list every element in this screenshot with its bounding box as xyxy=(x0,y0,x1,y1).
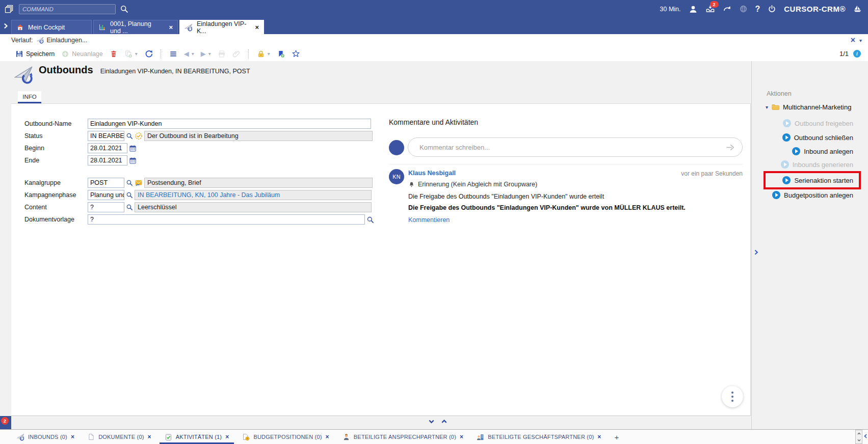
chevron-down-icon[interactable] xyxy=(268,51,270,57)
envelope-icon xyxy=(135,179,143,187)
add-tab-button[interactable]: + xyxy=(615,433,619,441)
play-icon xyxy=(782,176,791,184)
help-icon[interactable]: ? xyxy=(755,5,760,14)
tab-einladungen-vip[interactable]: Einladungen VIP-K... xyxy=(179,20,264,34)
chevron-down-icon xyxy=(192,51,194,57)
action-serienaktion-starten[interactable]: Serienaktion starten xyxy=(782,174,853,186)
comment-reply-link[interactable]: Kommentieren xyxy=(408,216,450,224)
window-stack-icon[interactable] xyxy=(4,4,14,14)
lock-button[interactable] xyxy=(257,50,270,58)
close-icon[interactable] xyxy=(460,433,463,440)
form-row-dokumentvorlage: Dokumentvorlage ? xyxy=(24,214,374,225)
more-options-button[interactable] xyxy=(722,386,743,407)
form-row-kanalgruppe: Kanalgruppe POST Postsendung, Brief xyxy=(24,178,373,188)
info-icon[interactable] xyxy=(853,50,861,58)
tab-budgetpositionen[interactable]: BUDGETPOSITIONEN (0) xyxy=(242,430,329,444)
tab-inbounds[interactable]: INBOUNDS (0) xyxy=(17,430,74,444)
send-icon[interactable] xyxy=(725,143,735,152)
tab-aktivitaeten[interactable]: AKTIVITÄTEN (1) xyxy=(165,430,229,444)
close-icon[interactable] xyxy=(169,23,173,31)
separator xyxy=(161,49,162,59)
lookup-icon[interactable] xyxy=(366,216,374,224)
comments-divider xyxy=(389,164,743,164)
status-check-icon xyxy=(135,132,143,140)
tab-kampagne[interactable]: 0001, Planung und ... xyxy=(93,20,178,34)
notifications-icon[interactable]: 2 xyxy=(705,4,715,14)
calendar-icon[interactable] xyxy=(129,145,137,152)
save-button[interactable]: Speichern xyxy=(15,50,55,58)
chevron-down-icon[interactable] xyxy=(859,38,862,43)
search-icon[interactable] xyxy=(120,5,128,13)
lookup-icon[interactable] xyxy=(126,179,133,186)
outbound-name-input[interactable]: Einladungen VIP-Kunden xyxy=(88,119,371,129)
lookup-icon[interactable] xyxy=(126,191,133,199)
session-timer: 30 Min. xyxy=(660,6,681,13)
page-title: Outbounds xyxy=(39,64,93,76)
tab-overflow-icon[interactable] xyxy=(2,22,9,30)
action-inbound-anlegen[interactable]: Inbound anlegen xyxy=(792,145,853,157)
actions-heading: Aktionen xyxy=(767,90,792,97)
tab-beteiligte-geschaeftspartner[interactable]: BETEILIGTE GESCHÄFTSPARTNER (0) xyxy=(477,430,601,444)
play-icon xyxy=(783,119,791,127)
outbound-dart-icon xyxy=(37,37,44,44)
history-bar: Verlauf: Einladungen... xyxy=(0,34,868,46)
refresh-button[interactable] xyxy=(144,49,153,58)
status-input[interactable]: IN BEARBEITUNG xyxy=(88,131,124,141)
flag-add-button[interactable] xyxy=(277,50,285,58)
comment-composer[interactable] xyxy=(408,137,743,157)
tab-info[interactable]: INFO xyxy=(18,91,41,102)
kanalgruppe-input[interactable]: POST xyxy=(88,178,124,188)
user-icon[interactable] xyxy=(689,5,698,14)
close-icon[interactable] xyxy=(148,433,151,440)
new-record-button: Neuanlage xyxy=(61,50,102,58)
dokumentvorlage-input[interactable]: ? xyxy=(88,214,365,225)
panel-collapse-left-icon[interactable] xyxy=(863,433,868,439)
scrollbar[interactable] xyxy=(855,430,862,444)
redo-icon[interactable] xyxy=(723,5,731,13)
sailboat-icon xyxy=(853,5,862,13)
delete-button[interactable] xyxy=(110,50,118,58)
chevron-down-icon[interactable] xyxy=(766,104,768,110)
record-pager: 1/1 xyxy=(839,50,849,58)
tab-mein-cockpit[interactable]: Mein Cockpit xyxy=(11,20,92,34)
action-budgetposition-anlegen[interactable]: Budgetposition anlegen xyxy=(772,189,853,201)
calendar-icon[interactable] xyxy=(129,157,137,164)
kampagnenphase-input[interactable]: Planung und xyxy=(88,190,124,200)
lookup-icon[interactable] xyxy=(126,132,133,140)
page-header: Outbounds Einladungen VIP-Kunden, IN BEA… xyxy=(14,64,250,76)
menu-button[interactable] xyxy=(169,50,177,58)
collapse-down-icon[interactable] xyxy=(428,418,435,425)
tab-beteiligte-ansprechpartner[interactable]: BETEILIGTE ANSPRECHPARTNER (0) xyxy=(343,430,463,444)
close-icon[interactable] xyxy=(851,36,855,45)
outbound-dart-icon xyxy=(14,65,34,85)
comment-input[interactable] xyxy=(418,143,725,152)
beginn-date-input[interactable]: 28.01.2021 xyxy=(88,143,127,153)
notification-badge: 2 xyxy=(710,1,719,8)
play-icon xyxy=(772,191,780,199)
favorite-star-button[interactable] xyxy=(292,49,300,58)
kampagnenphase-link[interactable]: IN BEARBEITUNG, KN, 100 Jahre - Das Jubi… xyxy=(135,190,372,200)
history-entry[interactable]: Einladungen... xyxy=(46,37,87,44)
play-icon xyxy=(781,160,789,169)
sidebar-collapse-icon[interactable] xyxy=(753,249,759,256)
command-input[interactable] xyxy=(19,4,116,14)
ende-date-input[interactable]: 28.01.2021 xyxy=(88,155,127,165)
close-icon[interactable] xyxy=(597,433,601,440)
close-icon[interactable] xyxy=(326,433,329,440)
close-icon[interactable] xyxy=(225,433,229,440)
actions-group-multichannel[interactable]: Multichannel-Marketing xyxy=(766,103,851,112)
campaign-chart-icon xyxy=(98,23,106,31)
expand-up-icon[interactable] xyxy=(440,418,448,425)
lookup-icon[interactable] xyxy=(126,204,133,211)
power-icon[interactable] xyxy=(768,5,776,13)
close-icon[interactable] xyxy=(71,433,74,440)
next-record-button: ▶ xyxy=(201,50,211,58)
detail-panel: Outbound-Name Einladungen VIP-Kunden Sta… xyxy=(11,104,751,416)
close-icon[interactable] xyxy=(255,23,259,31)
action-outbound-freigeben: Outbound freigeben xyxy=(783,117,853,129)
action-outbound-schliessen[interactable]: Outbound schließen xyxy=(782,131,853,144)
content-input[interactable]: ? xyxy=(88,202,124,212)
tab-dokumente[interactable]: DOKUMENTE (0) xyxy=(88,430,151,444)
scroll-down-icon[interactable] xyxy=(856,437,862,443)
scroll-up-icon[interactable] xyxy=(856,430,862,437)
